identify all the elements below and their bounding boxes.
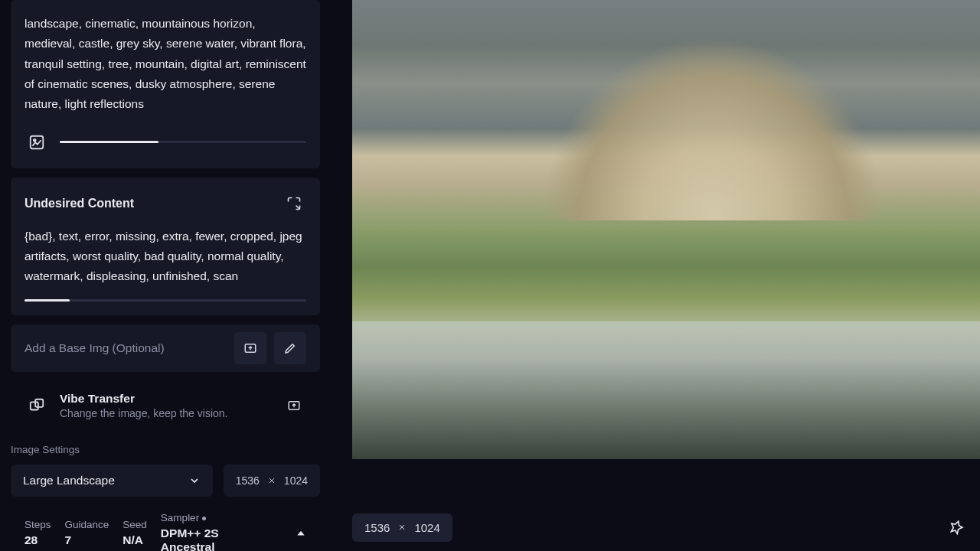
dimension-height: 1024 [284, 474, 308, 487]
svg-rect-4 [35, 399, 43, 407]
times-icon [267, 476, 276, 485]
svg-point-1 [34, 139, 36, 142]
vibe-transfer-title: Vibe Transfer [60, 392, 271, 406]
prompt-text[interactable]: landscape, cinematic, mountainous horizo… [24, 14, 306, 115]
output-dimension-pill: 1536 1024 [352, 514, 452, 542]
dimension-display: 1536 1024 [224, 465, 320, 497]
image-size-select[interactable]: Large Landscape [11, 465, 213, 497]
seed-value: N/A [122, 533, 147, 547]
guidance-value: 7 [65, 533, 109, 547]
pin-button[interactable] [942, 513, 971, 542]
undesired-text[interactable]: {bad}, text, error, missing, extra, fewe… [24, 227, 306, 287]
svg-rect-3 [31, 402, 38, 409]
base-image-row: Add a Base Img (Optional) [11, 324, 320, 372]
params-expand-icon[interactable] [296, 527, 306, 538]
base-image-label: Add a Base Img (Optional) [24, 341, 227, 355]
vibe-transfer-subtitle: Change the image, keep the vision. [60, 407, 271, 419]
upload-base-image-button[interactable] [234, 332, 266, 364]
sampler-label: Sampler [161, 512, 268, 523]
vibe-transfer-icon [24, 393, 49, 418]
generated-image-preview[interactable] [352, 0, 980, 459]
undesired-expand-icon[interactable] [282, 191, 306, 216]
sampler-value: DPM++ 2S Ancestral [161, 527, 268, 551]
steps-label: Steps [24, 519, 51, 530]
seed-label: Seed [122, 519, 147, 530]
undesired-weight-slider[interactable] [24, 299, 306, 302]
dimension-width: 1536 [236, 474, 260, 487]
vibe-transfer-upload-button[interactable] [282, 393, 306, 418]
prompt-emphasis-icon[interactable] [24, 130, 49, 155]
undesired-title: Undesired Content [24, 197, 134, 210]
output-width: 1536 [364, 521, 390, 534]
draw-base-image-button[interactable] [274, 332, 306, 364]
steps-value: 28 [24, 533, 51, 547]
chevron-down-icon [188, 474, 201, 487]
guidance-label: Guidance [65, 519, 109, 530]
image-settings-label: Image Settings [11, 444, 320, 455]
params-row[interactable]: Steps 28 Guidance 7 Seed N/A Sampler DPM… [11, 506, 320, 551]
output-height: 1024 [414, 521, 439, 534]
prompt-weight-slider[interactable] [60, 141, 306, 143]
prompt-card: landscape, cinematic, mountainous horizo… [11, 0, 320, 168]
image-size-selected: Large Landscape [23, 474, 115, 487]
vibe-transfer-row: Vibe Transfer Change the image, keep the… [11, 381, 320, 430]
times-icon [397, 523, 407, 532]
svg-rect-0 [31, 135, 44, 148]
undesired-card: Undesired Content {bad}, text, error, mi… [11, 178, 320, 315]
